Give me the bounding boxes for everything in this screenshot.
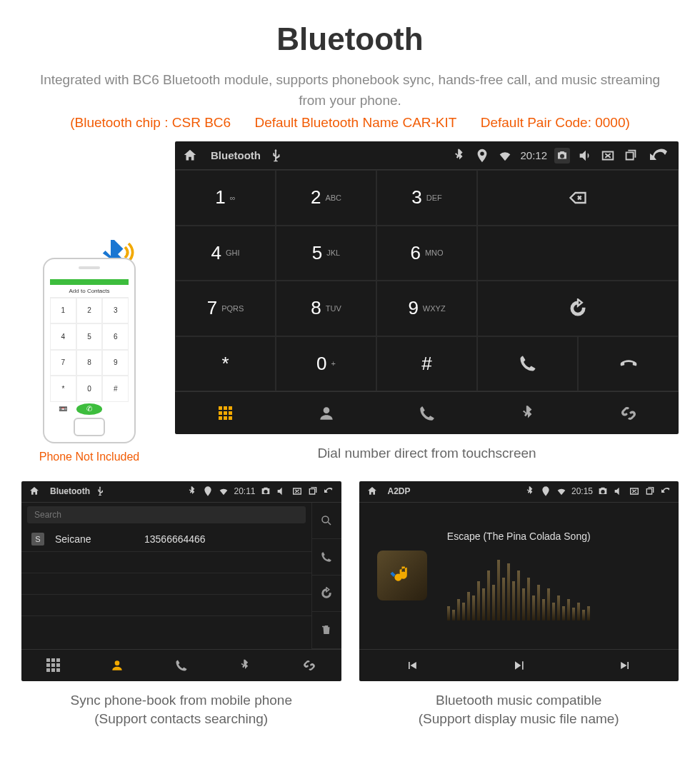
status-title: Bluetooth [211,149,261,161]
nav-dialpad[interactable] [21,650,86,681]
volume-icon[interactable] [613,486,624,497]
status-bar: Bluetooth 20:12 [175,141,679,170]
status-time: 20:11 [234,486,255,496]
phone-call-button: ✆ [76,403,103,415]
phone-add-contacts: Add to Contacts [50,285,129,298]
phone-key: * [50,376,76,402]
nav-calls[interactable] [376,392,477,434]
search-input[interactable] [27,506,306,523]
next-track-button[interactable] [572,650,679,681]
phone-key: 0 [76,376,103,402]
side-sync-icon[interactable] [311,576,341,612]
dial-key-#[interactable]: # [376,336,477,392]
hangup-button[interactable] [578,336,679,392]
call-button[interactable] [477,336,578,392]
phone-key: 4 [50,323,76,350]
nav-bluetooth[interactable] [214,650,278,681]
spec-code: Default Pair Code: 0000) [481,115,630,130]
dial-key-9[interactable]: 9WXYZ [376,281,477,336]
nav-dialpad[interactable] [175,392,276,434]
home-icon[interactable] [29,486,40,497]
page-title: Bluetooth [0,21,700,57]
phone-column: Add to Contacts 123456789*0# 📼✆ Phone No… [21,258,157,463]
side-delete-icon[interactable] [311,612,341,648]
back-icon[interactable] [646,148,671,164]
nav-pair[interactable] [578,392,679,434]
screenshot-icon[interactable] [260,486,271,497]
bottom-nav [175,391,679,434]
back-icon[interactable] [323,486,334,497]
volume-icon[interactable] [577,148,593,164]
dial-key-2[interactable]: 2ABC [276,170,376,226]
wifi-icon [497,148,513,164]
phone-key: 3 [102,298,129,324]
contact-row[interactable]: SSeicane13566664466 [21,527,311,552]
location-icon [474,148,490,164]
backspace-button[interactable] [477,170,679,226]
bluetooth-icon [524,486,536,497]
phone-key: 1 [50,298,76,324]
phone-keypad: 123456789*0# [50,298,129,402]
specs-line: (Bluetooth chip : CSR BC6 Default Blueto… [0,115,700,131]
nav-bluetooth[interactable] [477,392,578,434]
dial-key-6[interactable]: 6MNO [376,226,477,281]
close-app-icon[interactable] [291,486,303,497]
song-title: Escape (The Pina Colada Song) [447,531,591,542]
nav-contacts[interactable] [86,650,150,681]
home-icon[interactable] [366,486,378,497]
wifi-icon [556,486,567,497]
close-app-icon[interactable] [600,148,616,164]
home-icon[interactable] [182,148,198,164]
location-icon [540,486,551,497]
nav-contacts[interactable] [276,392,376,434]
usb-icon [268,148,284,164]
side-search-icon[interactable] [311,503,341,539]
music-caption: Bluetooth music compatible(Support displ… [359,691,679,729]
phone-key: 7 [50,350,76,376]
phone-key: 9 [102,350,129,376]
status-title: A2DP [388,486,411,496]
spec-chip: (Bluetooth chip : CSR BC6 [70,115,231,130]
status-time: 20:12 [520,149,547,161]
close-app-icon[interactable] [629,486,640,497]
dial-key-7[interactable]: 7PQRS [175,281,276,336]
side-call-icon[interactable] [311,539,341,576]
screenshot-icon[interactable] [597,486,609,497]
svg-point-0 [322,516,329,523]
nav-calls[interactable] [149,650,214,681]
nav-pair[interactable] [277,650,341,681]
dial-keypad: 1∞2ABC3DEF4GHI5JKL6MNO7PQRS8TUV9WXYZ*0+# [175,170,477,391]
equalizer-viz [447,556,590,620]
redial-button[interactable] [477,281,679,336]
phone-key: 5 [76,323,103,350]
contacts-caption: Sync phone-book from mobile phone(Suppor… [21,691,341,729]
phone-key: 2 [76,298,103,324]
dialer-caption: Dial number direct from touchscreen [175,444,679,463]
dial-key-3[interactable]: 3DEF [376,170,477,226]
dial-key-4[interactable]: 4GHI [175,226,276,281]
play-pause-button[interactable] [466,650,572,681]
screenshot-icon[interactable] [554,148,570,164]
prev-track-button[interactable] [359,650,466,681]
album-art-icon [377,551,427,600]
dial-key-5[interactable]: 5JKL [276,226,376,281]
recent-apps-icon[interactable] [644,486,656,497]
wifi-icon [218,486,229,497]
dial-key-0[interactable]: 0+ [276,336,376,392]
dial-key-1[interactable]: 1∞ [175,170,276,226]
location-icon [202,486,214,497]
volume-icon[interactable] [276,486,287,497]
dialer-screen: Bluetooth 20:12 1∞2ABC3DEF4GHI5JKL6MNO7P… [175,141,679,434]
music-screen: A2DP 20:15 Escape (The Pina Colada Song) [359,481,679,681]
phone-key: # [102,376,129,402]
contact-badge: S [31,533,44,546]
dial-key-*[interactable]: * [175,336,276,392]
spec-name: Default Bluetooth Name CAR-KIT [254,115,456,130]
recent-apps-icon[interactable] [307,486,319,497]
recent-apps-icon[interactable] [623,148,639,164]
phone-caption: Phone Not Included [21,451,157,463]
status-title: Bluetooth [50,486,90,496]
contact-number: 13566664466 [144,533,206,545]
back-icon[interactable] [660,486,671,497]
dial-key-8[interactable]: 8TUV [276,281,376,336]
